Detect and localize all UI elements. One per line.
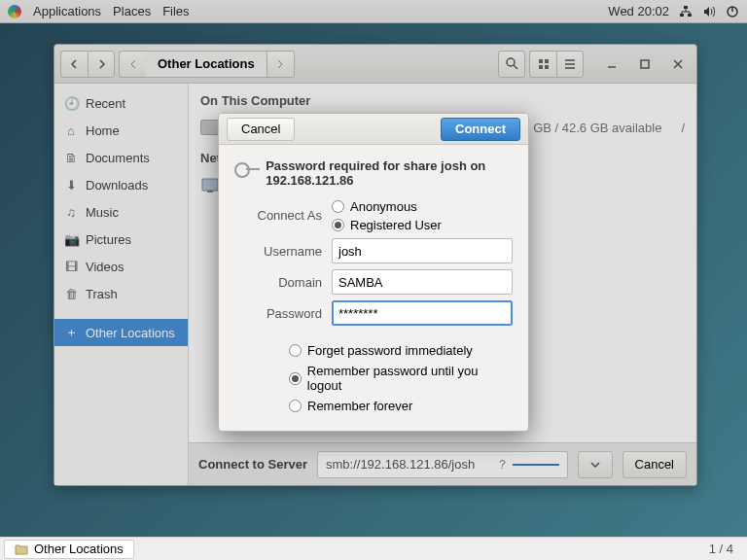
username-input[interactable] bbox=[332, 238, 513, 263]
username-label: Username bbox=[234, 244, 332, 259]
password-label: Password bbox=[234, 306, 332, 321]
radio-label: Remember password until you logout bbox=[307, 364, 513, 393]
radio-anonymous-label: Anonymous bbox=[350, 199, 417, 214]
radio-registered[interactable]: Registered User bbox=[332, 218, 513, 232]
key-icon bbox=[234, 158, 256, 178]
modal-overlay: Cancel Connect Password required for sha… bbox=[0, 0, 747, 560]
taskbar-window-button[interactable]: Other Locations bbox=[4, 540, 134, 559]
radio-registered-label: Registered User bbox=[350, 218, 442, 232]
radio-label: Remember forever bbox=[307, 399, 412, 413]
dialog-cancel-button[interactable]: Cancel bbox=[227, 118, 295, 141]
domain-input[interactable] bbox=[332, 269, 513, 295]
taskbar-window-label: Other Locations bbox=[34, 542, 124, 556]
dialog-connect-button[interactable]: Connect bbox=[441, 118, 520, 141]
connect-as-label: Connect As bbox=[234, 208, 332, 223]
password-input[interactable] bbox=[332, 300, 513, 326]
folder-icon bbox=[15, 543, 28, 555]
radio-anonymous[interactable]: Anonymous bbox=[332, 199, 513, 214]
radio-label: Forget password immediately bbox=[307, 343, 473, 358]
domain-label: Domain bbox=[234, 275, 332, 290]
workspace-indicator[interactable]: 1 / 4 bbox=[699, 542, 743, 556]
bottom-taskbar: Other Locations 1 / 4 bbox=[0, 537, 747, 560]
radio-forever[interactable]: Remember forever bbox=[289, 399, 513, 413]
radio-until-logout[interactable]: Remember password until you logout bbox=[289, 364, 513, 393]
radio-forget-immediately[interactable]: Forget password immediately bbox=[289, 343, 513, 358]
dialog-title: Password required for share josh on 192.… bbox=[266, 158, 513, 188]
auth-dialog: Cancel Connect Password required for sha… bbox=[218, 113, 529, 432]
